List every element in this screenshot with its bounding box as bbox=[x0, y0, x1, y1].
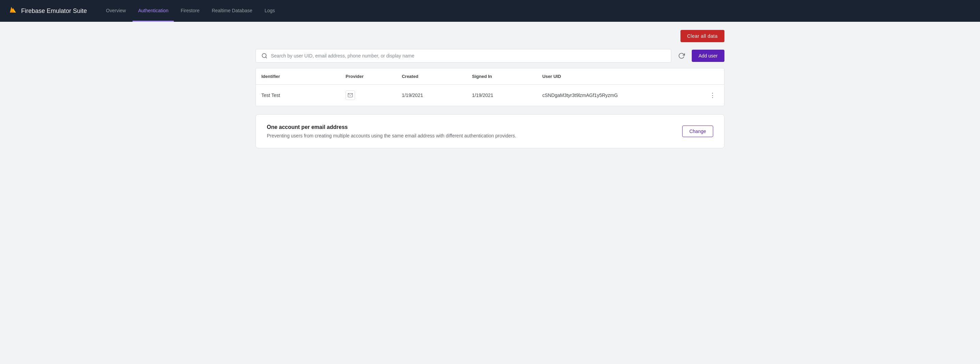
users-table: Identifier Provider Created Signed In Us… bbox=[256, 68, 724, 106]
tab-firestore[interactable]: Firestore bbox=[175, 0, 205, 22]
firebase-logo-icon bbox=[8, 6, 18, 16]
app-title: Firebase Emulator Suite bbox=[21, 8, 87, 14]
refresh-icon bbox=[678, 52, 685, 59]
search-input[interactable] bbox=[271, 53, 665, 59]
search-row: Add user bbox=[256, 49, 724, 63]
search-icon bbox=[261, 53, 267, 59]
add-user-button[interactable]: Add user bbox=[692, 50, 724, 62]
navbar: Firebase Emulator Suite Overview Authent… bbox=[0, 0, 980, 22]
tab-authentication[interactable]: Authentication bbox=[132, 0, 174, 22]
email-icon bbox=[348, 93, 353, 98]
refresh-button[interactable] bbox=[675, 50, 687, 62]
app-brand: Firebase Emulator Suite bbox=[8, 6, 87, 16]
cell-actions: ⋮ bbox=[701, 85, 724, 106]
main-content: Clear all data Add user Identifier Provi… bbox=[245, 22, 735, 157]
account-card-info: One account per email address Preventing… bbox=[267, 124, 674, 138]
col-header-user-uid: User UID bbox=[537, 68, 701, 85]
change-button[interactable]: Change bbox=[682, 125, 713, 137]
table-header-row: Identifier Provider Created Signed In Us… bbox=[256, 68, 724, 85]
tab-logs[interactable]: Logs bbox=[259, 0, 280, 22]
col-header-identifier: Identifier bbox=[256, 68, 340, 85]
cell-identifier: Test Test bbox=[256, 85, 340, 106]
col-header-signed-in: Signed In bbox=[466, 68, 537, 85]
account-card-description: Preventing users from creating multiple … bbox=[267, 133, 539, 138]
account-card-title: One account per email address bbox=[267, 124, 674, 130]
clear-all-button[interactable]: Clear all data bbox=[681, 30, 725, 42]
tab-overview[interactable]: Overview bbox=[100, 0, 131, 22]
top-action-bar: Clear all data bbox=[256, 30, 724, 42]
row-actions-button[interactable]: ⋮ bbox=[707, 90, 719, 100]
cell-signed-in: 1/19/2021 bbox=[466, 85, 537, 106]
nav-tabs: Overview Authentication Firestore Realti… bbox=[100, 0, 280, 22]
cell-created: 1/19/2021 bbox=[396, 85, 466, 106]
col-header-actions bbox=[701, 68, 724, 85]
email-provider-icon bbox=[345, 90, 355, 100]
search-container bbox=[256, 49, 671, 63]
tab-realtime-database[interactable]: Realtime Database bbox=[206, 0, 258, 22]
account-card: One account per email address Preventing… bbox=[256, 114, 724, 148]
svg-line-1 bbox=[266, 57, 266, 58]
col-header-provider: Provider bbox=[340, 68, 396, 85]
cell-provider bbox=[340, 85, 396, 106]
table-row: Test Test 1/19/2021 1/19/2021 cSNDgaM3ty… bbox=[256, 85, 724, 106]
cell-user-uid: cSNDgaM3tyr3t9lzmAGf1y5RyzmG bbox=[537, 85, 701, 106]
users-table-container: Identifier Provider Created Signed In Us… bbox=[256, 68, 724, 106]
col-header-created: Created bbox=[396, 68, 466, 85]
